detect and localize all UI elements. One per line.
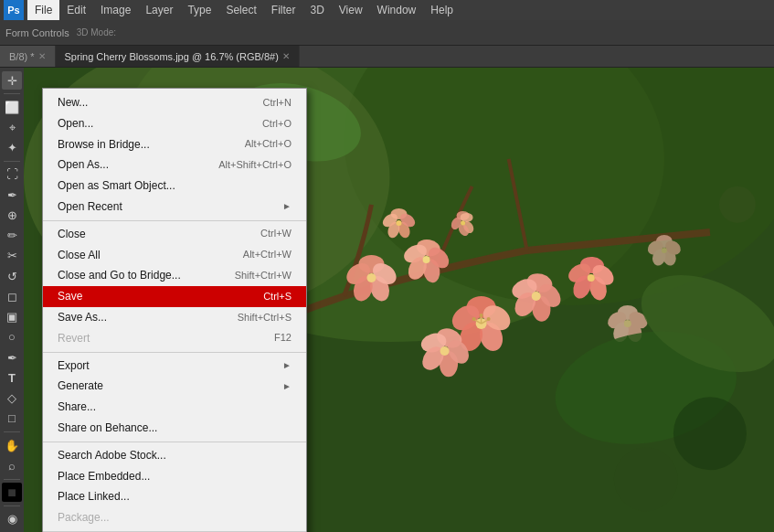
menu-item-open-as[interactable]: Open As... Alt+Shift+Ctrl+O [43, 154, 306, 176]
tool-pen[interactable]: ✒ [2, 348, 22, 367]
menu-item-place-linked[interactable]: Place Linked... [43, 486, 306, 507]
tool-foreground[interactable]: ■ [2, 483, 22, 501]
tool-zoom[interactable]: ⌕ [2, 456, 22, 474]
svg-point-55 [461, 213, 473, 222]
menu-view[interactable]: View [332, 0, 370, 20]
menu-item-close[interactable]: Close Ctrl+W [43, 224, 306, 245]
tool-clone[interactable]: ✂ [2, 247, 22, 265]
menu-bar: Ps File Edit Image Layer Type Select Fil… [0, 0, 774, 20]
tool-heal[interactable]: ⊕ [2, 206, 22, 224]
svg-point-76 [614, 447, 678, 511]
left-toolbar: ✛ ⬜ ⌖ ✦ ⛶ ✒ ⊕ ✏ ✂ ↺ ◻ ▣ ○ ✒ T ◇ □ ✋ ⌕ ■ … [0, 68, 24, 532]
main-area: ✛ ⬜ ⌖ ✦ ⛶ ✒ ⊕ ✏ ✂ ↺ ◻ ▣ ○ ✒ T ◇ □ ✋ ⌕ ■ … [0, 68, 774, 532]
menu-item-save[interactable]: Save Ctrl+S [43, 286, 306, 307]
menu-window[interactable]: Window [370, 0, 424, 20]
separator-1 [43, 220, 306, 221]
tool-crop[interactable]: ⛶ [2, 165, 22, 184]
svg-point-25 [480, 314, 483, 317]
tab-2[interactable]: Spring Cherry Blossoms.jpg @ 16.7% (RGB/… [56, 46, 300, 67]
menu-image[interactable]: Image [93, 0, 138, 20]
menu-item-save-as[interactable]: Save As... Shift+Ctrl+S [43, 307, 306, 328]
menu-item-share[interactable]: Share... [43, 397, 306, 418]
tabs-bar: B/8) * ✕ Spring Cherry Blossoms.jpg @ 16… [0, 46, 774, 68]
tab-1-label: B/8) * [9, 51, 35, 62]
menu-item-place-embedded[interactable]: Place Embedded... [43, 466, 306, 487]
tool-marquee[interactable]: ⬜ [2, 98, 22, 116]
menu-3d[interactable]: 3D [302, 0, 331, 20]
svg-point-15 [423, 256, 430, 263]
separator-2 [43, 352, 306, 353]
svg-point-39 [588, 274, 595, 282]
tab-1[interactable]: B/8) * ✕ [0, 46, 56, 67]
tool-eraser[interactable]: ◻ [2, 287, 22, 305]
tab-2-label: Spring Cherry Blossoms.jpg @ 16.7% (RGB/… [65, 51, 279, 62]
menu-item-revert[interactable]: Revert F12 [43, 328, 306, 349]
tool-dodge[interactable]: ○ [2, 328, 22, 346]
svg-point-69 [662, 248, 667, 253]
menu-item-close-all[interactable]: Close All Alt+Ctrl+W [43, 245, 306, 266]
svg-point-33 [532, 292, 541, 301]
menu-layer[interactable]: Layer [138, 0, 180, 20]
tab-2-close[interactable]: ✕ [282, 51, 290, 61]
svg-point-45 [440, 346, 450, 356]
export-arrow: ► [282, 359, 292, 372]
tool-eyedropper[interactable]: ✒ [2, 186, 22, 204]
tool-brush[interactable]: ✏ [2, 227, 22, 245]
svg-point-57 [461, 220, 465, 225]
tab-1-close[interactable]: ✕ [38, 51, 46, 61]
svg-point-51 [396, 220, 401, 226]
svg-point-78 [719, 186, 756, 223]
menu-item-browse-bridge[interactable]: Browse in Bridge... Alt+Ctrl+O [43, 134, 306, 155]
menu-filter[interactable]: Filter [264, 0, 303, 20]
menu-item-close-goto[interactable]: Close and Go to Bridge... Shift+Ctrl+W [43, 265, 306, 286]
tool-hand[interactable]: ✋ [2, 436, 22, 454]
tool-history[interactable]: ↺ [2, 267, 22, 285]
menu-edit[interactable]: Edit [59, 0, 93, 20]
menu-item-open-recent[interactable]: Open Recent ► [43, 197, 306, 218]
tool-type[interactable]: T [2, 368, 22, 387]
menu-item-package[interactable]: Package... [43, 507, 306, 528]
tool-wand[interactable]: ✦ [2, 139, 22, 157]
submenu-arrow: ► [282, 200, 292, 213]
tool-shape[interactable]: □ [2, 410, 22, 428]
menu-item-open-smart[interactable]: Open as Smart Object... [43, 176, 306, 197]
svg-point-63 [624, 320, 631, 327]
menu-select[interactable]: Select [218, 0, 263, 20]
menu-item-new[interactable]: New... Ctrl+N [43, 92, 306, 113]
tool-move[interactable]: ✛ [2, 71, 22, 90]
svg-point-9 [366, 273, 376, 282]
generate-arrow: ► [282, 380, 292, 393]
menu-help[interactable]: Help [423, 0, 461, 20]
svg-point-27 [472, 317, 476, 321]
menu-item-share-behance[interactable]: Share on Behance... [43, 418, 306, 439]
menu-type[interactable]: Type [180, 0, 218, 20]
toolbar-options-label: Form Controls [5, 27, 69, 38]
toolbar-mode-label: 3D Mode: [77, 27, 116, 37]
separator-3 [43, 442, 306, 442]
options-toolbar: Form Controls 3D Mode: [0, 20, 774, 46]
tool-lasso[interactable]: ⌖ [2, 118, 22, 136]
tool-gradient[interactable]: ▣ [2, 308, 22, 326]
menu-item-export[interactable]: Export ► [43, 356, 306, 377]
svg-point-26 [487, 317, 491, 321]
tool-path[interactable]: ◇ [2, 389, 22, 408]
menu-file[interactable]: File [27, 0, 59, 20]
file-menu: New... Ctrl+N Open... Ctrl+O Browse in B… [42, 88, 307, 532]
menu-item-generate[interactable]: Generate ► [43, 376, 306, 397]
menu-item-search-stock[interactable]: Search Adobe Stock... [43, 445, 306, 466]
tool-mode[interactable]: ◉ [2, 510, 22, 528]
app-logo: Ps [4, 0, 24, 20]
svg-point-75 [673, 397, 747, 470]
menu-item-open[interactable]: Open... Ctrl+O [43, 113, 306, 134]
